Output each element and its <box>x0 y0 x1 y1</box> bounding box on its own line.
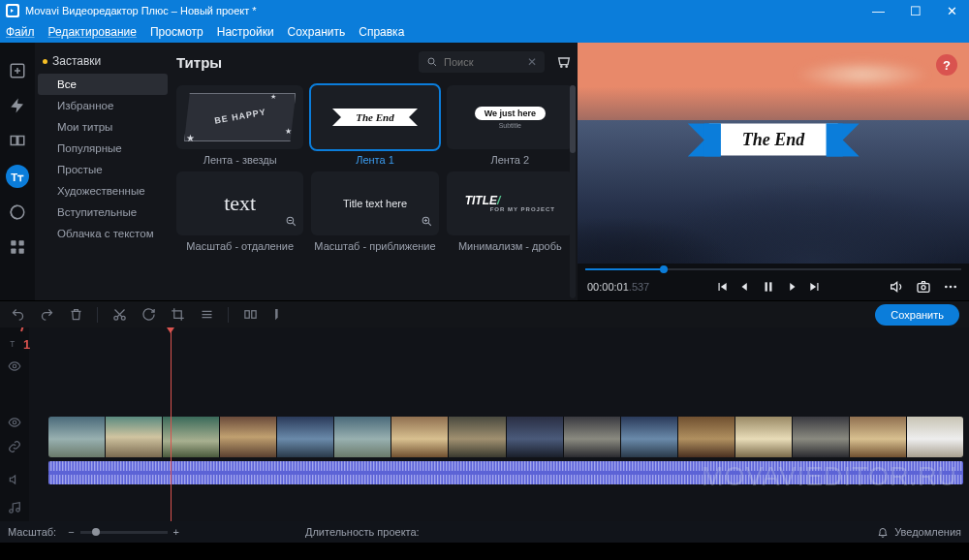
tool-more[interactable] <box>7 236 28 258</box>
undo-button[interactable] <box>10 307 25 323</box>
tile-zoom-in[interactable]: Title text here Масштаб - приближение <box>311 171 438 252</box>
snapshot-button[interactable] <box>915 278 932 296</box>
preview-panel: The End ? 00:00:01.537 <box>578 43 969 300</box>
browser-title: Титры <box>176 54 222 71</box>
workspace: Tᴛ Заставки Все Избранное Мои титры Попу… <box>0 43 969 300</box>
titles-browser: Титры ✕ BE HAPPY ★ ★ ★ Лента - звезды <box>171 43 578 300</box>
menu-file[interactable]: Файл <box>6 25 35 39</box>
preview-menu-button[interactable] <box>942 278 959 296</box>
zoom-in-icon <box>421 215 433 231</box>
tile-zoom-out[interactable]: text Масштаб - отдаление <box>176 171 303 252</box>
window-title: Movavi Видеоредактор Плюс – Новый проект… <box>25 5 257 16</box>
timeline[interactable]: T MOVAVIEDITOR.RU <box>0 327 969 521</box>
video-track[interactable] <box>48 417 963 457</box>
category-my-titles[interactable]: Мои титры <box>38 116 168 138</box>
svg-point-17 <box>945 286 948 289</box>
audio-track[interactable] <box>48 461 963 484</box>
tile-caption: Лента 1 <box>356 154 394 166</box>
actionbar: Сохранить <box>0 300 969 327</box>
grid-scrollbar[interactable] <box>570 85 576 298</box>
preview-video[interactable]: The End ? <box>578 43 969 264</box>
tracks-area[interactable] <box>29 327 969 521</box>
playhead[interactable] <box>171 327 172 521</box>
svg-text:Tᴛ: Tᴛ <box>11 171 24 183</box>
titles-grid: BE HAPPY ★ ★ ★ Лента - звезды The End Ле… <box>176 85 574 252</box>
category-speech[interactable]: Облачка с текстом <box>38 223 168 244</box>
category-artistic[interactable]: Художественные <box>38 180 168 202</box>
statusbar: Масштаб: − + Длительность проекта: Уведо… <box>0 521 969 543</box>
play-pause-button[interactable] <box>761 279 776 295</box>
menu-settings[interactable]: Настройки <box>217 25 274 39</box>
lane-visibility-2[interactable] <box>0 417 29 428</box>
lane-visibility-1[interactable] <box>0 360 29 372</box>
search-clear-icon[interactable]: ✕ <box>527 55 537 69</box>
lane-audio-icon[interactable] <box>0 465 29 494</box>
zoom-in-btn[interactable]: + <box>173 526 179 538</box>
tool-titles[interactable]: Tᴛ <box>6 165 29 188</box>
lane-music-icon[interactable] <box>0 494 29 521</box>
svg-point-20 <box>113 316 117 320</box>
category-simple[interactable]: Простые <box>38 159 168 180</box>
tool-transitions[interactable] <box>7 130 28 151</box>
tool-stickers[interactable] <box>7 202 28 223</box>
tool-filters[interactable] <box>7 95 28 116</box>
color-button[interactable] <box>199 307 214 323</box>
svg-text:T: T <box>10 340 15 349</box>
category-intro[interactable]: Вступительные <box>38 202 168 223</box>
next-clip-button[interactable] <box>807 279 823 295</box>
close-button[interactable]: ✕ <box>941 4 963 18</box>
duration-label: Длительность проекта: <box>305 526 420 538</box>
tile-ribbon-stars[interactable]: BE HAPPY ★ ★ ★ Лента - звезды <box>176 85 303 166</box>
preview-scrubber[interactable] <box>585 265 961 273</box>
lane-link-icon[interactable] <box>0 428 29 465</box>
svg-point-16 <box>922 286 925 290</box>
cut-button[interactable] <box>111 307 127 323</box>
svg-rect-14 <box>769 282 771 291</box>
category-header[interactable]: Заставки <box>35 48 171 74</box>
zoom-slider[interactable] <box>92 528 100 536</box>
step-back-button[interactable] <box>737 279 753 295</box>
svg-rect-9 <box>19 249 24 254</box>
volume-button[interactable] <box>888 278 905 296</box>
tool-import[interactable] <box>7 60 28 81</box>
category-list: Заставки Все Избранное Мои титры Популяр… <box>35 43 171 300</box>
menu-edit[interactable]: Редактирование <box>48 25 137 39</box>
menu-view[interactable]: Просмотр <box>150 25 203 39</box>
tile-caption: Лента 2 <box>491 154 530 166</box>
transition-button[interactable] <box>242 307 258 323</box>
store-button[interactable] <box>554 52 574 72</box>
lane-titles-icon[interactable]: T <box>0 327 29 360</box>
zoom-out-btn[interactable]: − <box>68 526 74 538</box>
search-input[interactable] <box>444 56 521 68</box>
track-headers: T <box>0 327 29 521</box>
category-popular[interactable]: Популярные <box>38 138 168 159</box>
svg-point-26 <box>13 420 16 424</box>
rotate-button[interactable] <box>141 307 156 323</box>
tile-caption: Минимализм - дробь <box>458 240 562 252</box>
menu-save[interactable]: Сохранить <box>288 25 346 39</box>
menu-help[interactable]: Справка <box>359 25 404 39</box>
svg-point-19 <box>953 286 956 289</box>
search-box[interactable]: ✕ <box>419 51 545 73</box>
notifications-button[interactable]: Уведомления <box>877 526 961 538</box>
delete-button[interactable] <box>68 307 83 323</box>
minimize-button[interactable]: — <box>866 4 891 18</box>
marker-button[interactable] <box>271 307 287 323</box>
tile-minimal[interactable]: TITLE/ FOR MY PROJECT Минимализм - дробь <box>447 171 574 252</box>
crop-button[interactable] <box>170 307 185 323</box>
maximize-button[interactable]: ☐ <box>904 4 927 18</box>
category-all[interactable]: Все <box>38 74 168 95</box>
step-fwd-button[interactable] <box>784 279 799 295</box>
svg-rect-13 <box>766 282 767 291</box>
tile-ribbon-1[interactable]: The End Лента 1 <box>311 85 438 166</box>
tile-ribbon-2[interactable]: We just here Subtitle Лента 2 <box>447 85 574 166</box>
category-favorite[interactable]: Избранное <box>38 95 168 116</box>
help-button[interactable]: ? <box>936 54 957 76</box>
prev-clip-button[interactable] <box>714 279 730 295</box>
svg-rect-3 <box>18 137 24 145</box>
preview-controls: 00:00:01.537 <box>578 273 969 300</box>
svg-point-25 <box>13 364 16 368</box>
save-button[interactable]: Сохранить <box>875 304 959 326</box>
redo-button[interactable] <box>39 307 54 323</box>
svg-rect-8 <box>11 249 16 254</box>
